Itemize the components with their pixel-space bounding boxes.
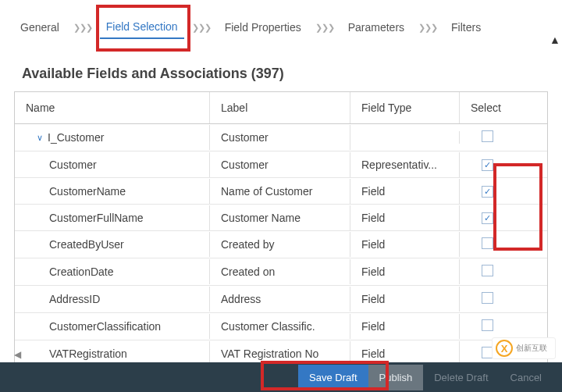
- col-header-label[interactable]: Label: [210, 92, 350, 123]
- highlight-box: [96, 5, 190, 52]
- tab-filters[interactable]: Filters: [445, 16, 487, 38]
- cell-select: [460, 258, 522, 285]
- cell-name: AddressID: [15, 287, 210, 312]
- cell-label: Customer Name: [210, 205, 350, 230]
- table-row[interactable]: CustomerClassificationCustomer Classific…: [15, 313, 547, 340]
- table-row[interactable]: CustomerFullNameCustomer NameField✓: [15, 205, 547, 231]
- delete-draft-button[interactable]: Delete Draft: [423, 365, 499, 390]
- watermark: X 创新互联: [492, 337, 556, 359]
- select-checkbox[interactable]: ✓: [482, 186, 493, 198]
- select-checkbox[interactable]: ✓: [482, 159, 493, 171]
- scroll-left-icon[interactable]: ◀: [14, 349, 28, 360]
- cell-label: Created on: [210, 259, 350, 284]
- cell-type: Field: [350, 287, 460, 312]
- cell-label: Created by: [210, 232, 350, 257]
- chevron-right-icon: ❯❯❯: [414, 23, 442, 33]
- table-row[interactable]: CreatedByUserCreated byField: [15, 231, 547, 258]
- col-header-type[interactable]: Field Type: [350, 92, 460, 123]
- cell-type: Field: [350, 232, 460, 257]
- table-row[interactable]: CreationDateCreated onField: [15, 258, 547, 286]
- section-title: Available Fields and Associations (397): [0, 47, 562, 91]
- select-checkbox[interactable]: ✓: [482, 212, 493, 224]
- select-checkbox[interactable]: [482, 292, 493, 304]
- cell-type: Field: [350, 179, 460, 204]
- cell-name: CreationDate: [15, 259, 210, 284]
- highlight-box: [493, 163, 542, 251]
- breadcrumb-nav: General ❯❯❯ Field Selection ❯❯❯ Field Pr…: [0, 0, 562, 47]
- tab-general[interactable]: General: [14, 16, 66, 38]
- col-header-select[interactable]: Select: [460, 92, 522, 123]
- cell-type: [350, 131, 460, 144]
- cell-name: CustomerName: [15, 179, 210, 204]
- cell-name: ∨I_Customer: [15, 125, 210, 150]
- table-header: Name Label Field Type Select: [15, 92, 547, 124]
- cell-type: Field: [350, 205, 460, 230]
- fields-table: Name Label Field Type Select ∨I_Customer…: [14, 91, 548, 369]
- cell-name: CreatedByUser: [15, 232, 210, 257]
- cell-name: CustomerClassification: [15, 314, 210, 339]
- watermark-logo-icon: X: [496, 340, 513, 357]
- table-row[interactable]: ∨I_CustomerCustomer: [15, 124, 547, 151]
- cell-label: Customer Classific.: [210, 314, 350, 339]
- cell-label: Customer: [210, 125, 350, 150]
- col-header-name[interactable]: Name: [15, 92, 210, 123]
- select-checkbox[interactable]: [482, 319, 493, 331]
- cell-label: Address: [210, 287, 350, 312]
- table-body: ∨I_CustomerCustomerCustomerCustomerRepre…: [15, 124, 547, 368]
- table-row[interactable]: CustomerNameName of CustomerField✓: [15, 178, 547, 205]
- cell-name: CustomerFullName: [15, 205, 210, 230]
- cell-label: Customer: [210, 152, 350, 177]
- tab-parameters[interactable]: Parameters: [342, 16, 411, 38]
- cell-select: [460, 286, 522, 312]
- table-row[interactable]: CustomerCustomerRepresentativ...✓: [15, 151, 547, 178]
- select-checkbox[interactable]: [482, 237, 493, 249]
- cell-name: Customer: [15, 152, 210, 177]
- scroll-up-icon[interactable]: ▲: [548, 30, 562, 50]
- select-checkbox[interactable]: [482, 265, 493, 276]
- tab-field-properties[interactable]: Field Properties: [219, 16, 308, 38]
- cell-label: Name of Customer: [210, 179, 350, 204]
- watermark-text: 创新互联: [516, 343, 547, 354]
- cell-type: Field: [350, 314, 460, 339]
- chevron-right-icon: ❯❯❯: [311, 23, 339, 33]
- chevron-right-icon: ❯❯❯: [187, 23, 215, 33]
- table-row[interactable]: AddressIDAddressField: [15, 286, 547, 313]
- cancel-button[interactable]: Cancel: [500, 365, 553, 390]
- cell-type: Representativ...: [350, 152, 460, 177]
- cell-type: Field: [350, 259, 460, 284]
- highlight-box: [261, 361, 389, 390]
- chevron-right-icon: ❯❯❯: [69, 23, 97, 33]
- cell-select: [460, 313, 522, 340]
- expand-icon[interactable]: ∨: [37, 133, 43, 143]
- cell-select: [460, 124, 522, 151]
- select-checkbox[interactable]: [482, 130, 493, 142]
